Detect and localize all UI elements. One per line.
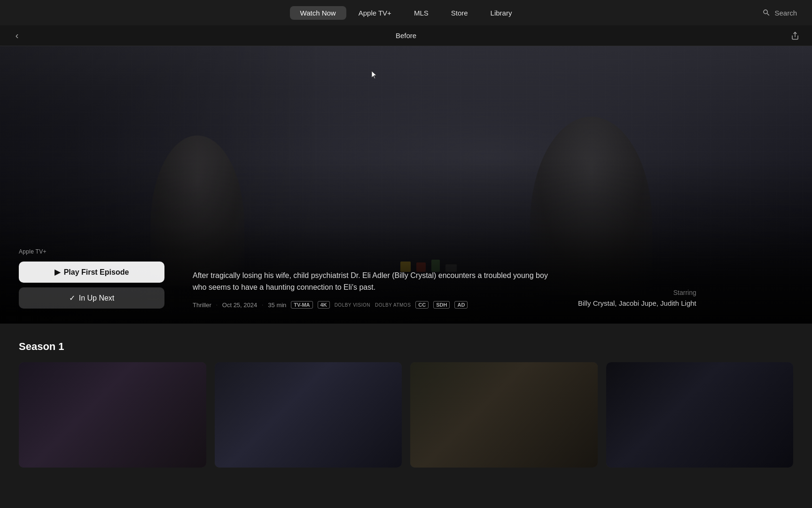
episode-thumbnail-bg-4	[606, 362, 794, 468]
meta-release-date: Oct 25, 2024	[222, 302, 257, 309]
episode-thumbnail-bg-2	[215, 362, 402, 468]
episode-thumb-3	[410, 362, 598, 468]
top-navigation: Watch Now Apple TV+ MLS Store Library Se…	[0, 0, 812, 25]
episode-card-3[interactable]	[410, 362, 598, 468]
season-section: Season 1	[0, 324, 812, 484]
search-label: Search	[774, 9, 797, 17]
meta-cc-badge: CC	[415, 301, 429, 309]
in-up-next-button[interactable]: ✓ In Up Next	[19, 287, 164, 309]
meta-ad-badge: AD	[454, 301, 468, 309]
episodes-grid	[19, 362, 793, 468]
season-title: Season 1	[19, 341, 793, 353]
search-button[interactable]: Search	[762, 8, 797, 17]
meta-rating-badge: TV-MA	[291, 301, 312, 309]
starring-names: Billy Crystal, Jacobi Jupe, Judith Light	[578, 298, 696, 309]
meta-dolby-vision: DOLBY VISION	[335, 302, 370, 308]
back-button[interactable]: ‹	[9, 28, 24, 43]
nav-item-watch-now[interactable]: Watch Now	[290, 6, 346, 20]
episode-card-1[interactable]	[19, 362, 206, 468]
share-button[interactable]	[788, 28, 803, 43]
episode-thumbnail-bg-3	[410, 362, 598, 468]
episode-card-2[interactable]	[215, 362, 402, 468]
hero-meta: Thriller · Oct 25, 2024 · 35 min TV-MA 4…	[193, 301, 550, 309]
episode-thumbnail-bg-1	[19, 362, 206, 468]
upnext-button-label: In Up Next	[79, 294, 115, 302]
breadcrumb-bar: ‹ Before	[0, 25, 812, 46]
apple-tv-badge: Apple TV+	[19, 248, 164, 255]
play-button-label: Play First Episode	[64, 268, 129, 277]
episode-thumb-4	[606, 362, 794, 468]
hero-section: Apple TV+ ▶ Play First Episode ✓ In Up N…	[0, 46, 812, 324]
nav-item-mls[interactable]: MLS	[404, 6, 439, 20]
play-first-episode-button[interactable]: ▶ Play First Episode	[19, 262, 164, 283]
meta-genre: Thriller	[193, 302, 211, 309]
hero-center-panel: After tragically losing his wife, child …	[193, 270, 550, 309]
play-icon: ▶	[55, 268, 60, 277]
meta-sdh-badge: SDH	[433, 301, 450, 309]
meta-dolby-atmos: DOLBY ATMOS	[375, 302, 411, 308]
episode-card-4[interactable]	[606, 362, 794, 468]
meta-quality-badge: 4K	[318, 301, 330, 309]
episode-thumb-2	[215, 362, 402, 468]
hero-left-panel: Apple TV+ ▶ Play First Episode ✓ In Up N…	[19, 248, 164, 309]
search-icon	[762, 8, 771, 17]
meta-duration: 35 min	[268, 302, 286, 309]
nav-item-store[interactable]: Store	[441, 6, 478, 20]
share-icon	[791, 32, 799, 40]
breadcrumb-title: Before	[396, 32, 416, 40]
starring-label: Starring	[578, 289, 696, 296]
nav-items: Watch Now Apple TV+ MLS Store Library	[290, 6, 523, 20]
nav-item-library[interactable]: Library	[480, 6, 523, 20]
checkmark-icon: ✓	[69, 294, 75, 302]
hero-description: After tragically losing his wife, child …	[193, 270, 550, 294]
nav-item-appletv[interactable]: Apple TV+	[348, 6, 402, 20]
hero-content: Apple TV+ ▶ Play First Episode ✓ In Up N…	[0, 248, 812, 324]
hero-right-panel: Starring Billy Crystal, Jacobi Jupe, Jud…	[578, 289, 696, 309]
episode-thumb-1	[19, 362, 206, 468]
